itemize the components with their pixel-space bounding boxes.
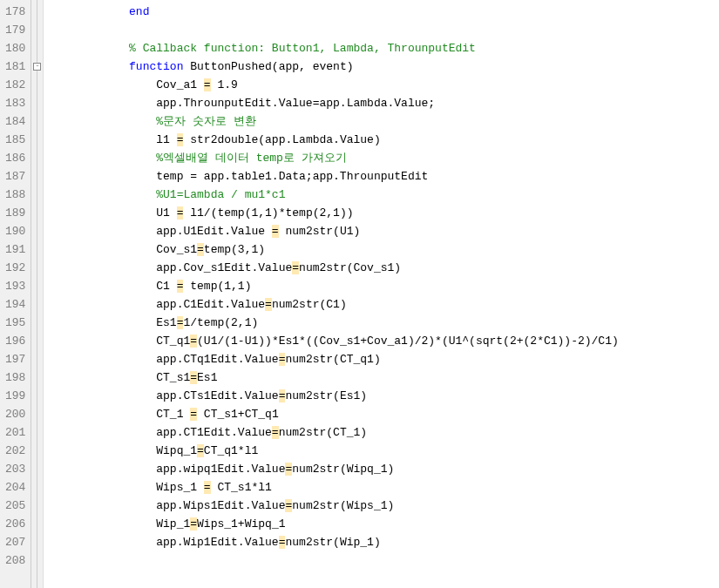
indent	[47, 408, 156, 421]
code-line[interactable]: app.U1Edit.Value = num2str(U1)	[47, 222, 719, 240]
code-line[interactable]	[47, 551, 719, 570]
indent	[47, 60, 129, 73]
code-line[interactable]: temp = app.table1.Data;app.ThrounputEdit	[47, 167, 719, 186]
operator: =	[292, 261, 299, 274]
code-line[interactable]: app.C1Edit.Value=num2str(C1)	[47, 295, 719, 314]
code-text: CT_s1+CT_q1	[197, 408, 279, 421]
line-number: 204	[5, 478, 25, 497]
fold-cell	[31, 368, 43, 387]
code-line[interactable]: % Callback function: Button1, Lambda, Th…	[47, 39, 719, 57]
code-line[interactable]	[47, 21, 719, 39]
fold-cell	[31, 295, 43, 314]
code-line[interactable]: Cov_s1=temp(3,1)	[47, 240, 719, 259]
line-number: 194	[5, 295, 25, 314]
code-line[interactable]: app.Wips1Edit.Value=num2str(Wips_1)	[47, 497, 719, 515]
code-line[interactable]: app.Cov_s1Edit.Value=num2str(Cov_s1)	[47, 259, 719, 277]
code-line[interactable]: Es1=1/temp(2,1)	[47, 314, 719, 332]
code-text: ButtonPushed(app, event)	[183, 60, 353, 73]
fold-cell	[31, 3, 43, 21]
indent	[47, 371, 156, 384]
code-line[interactable]: app.Wip1Edit.Value=num2str(Wip_1)	[47, 533, 719, 551]
code-text: app.Cov_s1Edit.Value	[156, 261, 292, 274]
code-line[interactable]: U1 = l1/(temp(1,1)*temp(2,1))	[47, 204, 719, 222]
fold-cell	[31, 259, 43, 277]
line-number: 183	[5, 94, 25, 112]
code-text: app.Wip1Edit.Value	[156, 536, 278, 549]
code-text: num2str(Cov_s1)	[299, 261, 401, 274]
code-line[interactable]: l1 = str2double(app.Lambda.Value)	[47, 131, 719, 149]
code-line[interactable]: CT_1 = CT_s1+CT_q1	[47, 405, 719, 423]
fold-cell	[31, 387, 43, 405]
comment: %문자 숫자로 변환	[156, 115, 255, 128]
line-number: 186	[5, 149, 25, 167]
code-line[interactable]: %U1=Lambda / mu1*c1	[47, 186, 719, 204]
indent	[47, 133, 156, 146]
line-number: 193	[5, 277, 25, 295]
indent	[47, 499, 156, 512]
code-text: app.wipq1Edit.Value	[156, 463, 285, 476]
fold-cell	[31, 277, 43, 295]
code-text: Wips_1	[156, 481, 204, 494]
comment: % Callback function: Button1, Lambda, Th…	[129, 42, 476, 55]
operator: =	[190, 517, 197, 531]
operator: =	[272, 225, 279, 238]
line-number: 202	[5, 442, 25, 460]
code-line[interactable]: Wips_1 = CT_s1*l1	[47, 478, 719, 497]
code-line[interactable]: CT_q1=(U1/(1-U1))*Es1*((Cov_s1+Cov_a1)/2…	[47, 332, 719, 350]
indent	[47, 188, 156, 201]
code-line[interactable]: Wipq_1=CT_q1*l1	[47, 442, 719, 460]
code-line[interactable]: %문자 숫자로 변환	[47, 112, 719, 131]
fold-cell	[31, 515, 43, 533]
code-line[interactable]: app.CTq1Edit.Value=num2str(CT_q1)	[47, 350, 719, 368]
indent	[47, 115, 156, 128]
fold-cell	[31, 314, 43, 332]
indent	[47, 170, 156, 183]
code-text: CT_s1*l1	[211, 481, 272, 494]
code-line[interactable]: app.ThrounputEdit.Value=app.Lambda.Value…	[47, 94, 719, 112]
indent	[47, 298, 156, 311]
code-text: Wips_1+Wipq_1	[197, 517, 285, 531]
indent	[47, 517, 156, 531]
fold-cell	[31, 350, 43, 368]
code-line[interactable]: app.CTs1Edit.Value=num2str(Es1)	[47, 387, 719, 405]
code-line[interactable]: CT_s1=Es1	[47, 368, 719, 387]
code-text: num2str(Wipq_1)	[292, 463, 394, 476]
fold-toggle-icon[interactable]: -	[33, 63, 41, 71]
code-line[interactable]: app.wipq1Edit.Value=num2str(Wipq_1)	[47, 460, 719, 478]
code-line[interactable]: C1 = temp(1,1)	[47, 277, 719, 295]
code-editor[interactable]: end % Callback function: Button1, Lambda…	[44, 0, 719, 588]
fold-cell	[31, 94, 43, 112]
indent	[47, 444, 156, 457]
line-number: 197	[5, 350, 25, 368]
code-text: num2str(U1)	[279, 225, 361, 238]
code-line[interactable]: end	[47, 3, 719, 21]
line-number-gutter: 1781791801811821831841851861871881891901…	[0, 0, 31, 588]
code-line[interactable]: app.CT1Edit.Value=num2str(CT_1)	[47, 423, 719, 442]
code-text: str2double(app.Lambda.Value)	[183, 133, 380, 146]
indent	[47, 280, 156, 293]
fold-cell	[31, 222, 43, 240]
fold-cell	[31, 332, 43, 350]
fold-cell	[31, 533, 43, 551]
fold-cell	[31, 21, 43, 39]
code-line[interactable]: function ButtonPushed(app, event)	[47, 57, 719, 76]
code-text: l1/(temp(1,1)*temp(2,1))	[183, 206, 353, 220]
indent	[47, 243, 156, 256]
indent	[47, 536, 156, 549]
code-text: Wip_1	[156, 517, 190, 531]
line-number: 187	[5, 167, 25, 186]
line-number: 206	[5, 515, 25, 533]
operator: =	[272, 426, 279, 439]
code-line[interactable]: %엑셀배열 데이터 temp로 가져오기	[47, 149, 719, 167]
line-number: 184	[5, 112, 25, 131]
code-line[interactable]: Cov_a1 = 1.9	[47, 76, 719, 94]
code-text: app.C1Edit.Value	[156, 298, 265, 311]
line-number: 180	[5, 39, 25, 57]
fold-cell	[31, 497, 43, 515]
keyword: end	[129, 5, 149, 18]
indent	[47, 225, 156, 238]
fold-cell	[31, 478, 43, 497]
line-number: 181	[5, 57, 25, 76]
code-line[interactable]: Wip_1=Wips_1+Wipq_1	[47, 515, 719, 533]
code-text: U1	[156, 206, 176, 220]
